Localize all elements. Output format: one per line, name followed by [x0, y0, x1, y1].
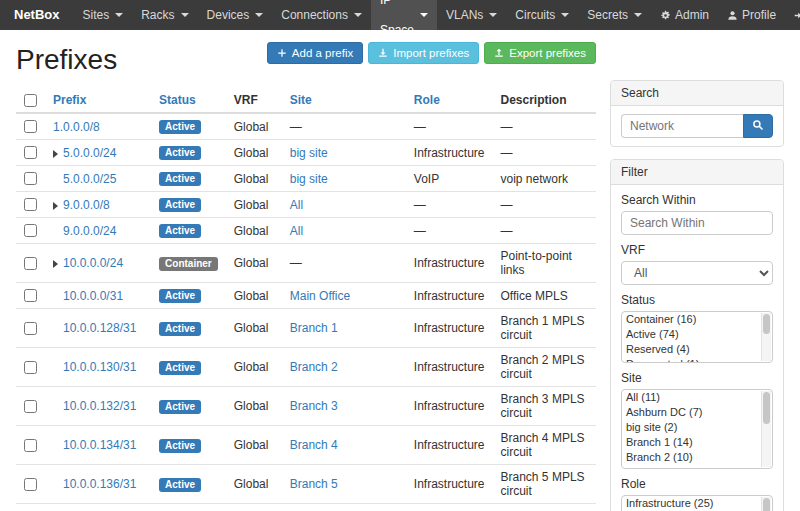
- row-checkbox[interactable]: [24, 120, 37, 133]
- status-cell: Active: [151, 283, 226, 309]
- option-active-74[interactable]: Active (74): [622, 327, 772, 342]
- row-checkbox[interactable]: [24, 439, 37, 452]
- site-link[interactable]: All: [290, 198, 303, 212]
- row-checkbox[interactable]: [24, 478, 37, 491]
- search-within-input[interactable]: [621, 211, 773, 235]
- prefix-link[interactable]: 10.0.0.128/31: [63, 321, 136, 335]
- site-cell: Branch 2: [282, 348, 406, 387]
- option-container-16[interactable]: Container (16): [622, 312, 772, 327]
- prefix-link[interactable]: 1.0.0.0/8: [53, 120, 100, 134]
- nav-item-profile[interactable]: Profile: [718, 0, 785, 30]
- search-input[interactable]: [621, 114, 743, 138]
- scrollbar-thumb[interactable]: [763, 392, 770, 424]
- row-checkbox[interactable]: [24, 172, 37, 185]
- site-link[interactable]: Branch 4: [290, 438, 338, 452]
- import-prefixes-button[interactable]: Import prefixes: [368, 42, 479, 64]
- nav-item-label: Racks: [141, 0, 174, 30]
- prefix-link[interactable]: 9.0.0.0/24: [63, 224, 116, 238]
- option-all-11[interactable]: All (11): [622, 390, 772, 405]
- scrollbar-thumb[interactable]: [763, 498, 770, 511]
- scrollbar[interactable]: [761, 391, 771, 467]
- row-checkbox[interactable]: [24, 146, 37, 159]
- status-multiselect[interactable]: Container (16)Active (74)Reserved (4)Dep…: [621, 311, 773, 363]
- option-deprecated-1[interactable]: Deprecated (1): [622, 357, 772, 363]
- column-header-cell: Prefix: [45, 88, 151, 113]
- site-link[interactable]: Branch 5: [290, 477, 338, 491]
- option-branch-3-6[interactable]: Branch 3 (6): [622, 465, 772, 469]
- nav-item-vlans[interactable]: VLANs: [437, 0, 506, 30]
- row-checkbox[interactable]: [24, 289, 37, 302]
- option-branch-1-14[interactable]: Branch 1 (14): [622, 435, 772, 450]
- site-link[interactable]: big site: [290, 172, 328, 186]
- nav-item-sites[interactable]: Sites: [74, 0, 133, 30]
- filter-panel-body: Search WithinVRFAllStatusContainer (16)A…: [611, 185, 783, 511]
- prefix-link[interactable]: 10.0.0.134/31: [63, 438, 136, 452]
- nav-item-secrets[interactable]: Secrets: [578, 0, 651, 30]
- site-link[interactable]: All: [290, 224, 303, 238]
- site-link[interactable]: Branch 3: [290, 399, 338, 413]
- column-header-description: Description: [501, 93, 567, 107]
- site-link[interactable]: Main Office: [290, 289, 350, 303]
- nav-item-ip-space[interactable]: IP Space: [371, 0, 437, 30]
- column-header-prefix[interactable]: Prefix: [53, 93, 86, 107]
- site-link[interactable]: Branch 2: [290, 360, 338, 374]
- nav-item-admin[interactable]: Admin: [651, 0, 718, 30]
- vrf-cell: Global: [226, 426, 282, 465]
- search-button[interactable]: [743, 114, 773, 138]
- select-all-checkbox[interactable]: [24, 94, 37, 107]
- row-checkbox[interactable]: [24, 257, 37, 270]
- option-big-site-2[interactable]: big site (2): [622, 420, 772, 435]
- option-branch-2-10[interactable]: Branch 2 (10): [622, 450, 772, 465]
- row-checkbox[interactable]: [24, 400, 37, 413]
- site-cell: Main Office: [282, 283, 406, 309]
- add-a-prefix-button[interactable]: Add a prefix: [267, 42, 363, 64]
- prefix-link[interactable]: 5.0.0.0/25: [63, 172, 116, 186]
- row-checkbox[interactable]: [24, 322, 37, 335]
- nav-item-label: Circuits: [515, 0, 555, 30]
- scrollbar[interactable]: [761, 497, 771, 511]
- prefix-link[interactable]: 9.0.0.0/8: [63, 198, 110, 212]
- prefix-cell: 10.0.0.0/31: [45, 283, 151, 309]
- prefix-cell: 5.0.0.0/25: [45, 166, 151, 192]
- prefix-link[interactable]: 10.0.0.130/31: [63, 360, 136, 374]
- site-multiselect[interactable]: All (11)Ashburn DC (7)big site (2)Branch…: [621, 389, 773, 469]
- site-link[interactable]: big site: [290, 146, 328, 160]
- prefix-link[interactable]: 10.0.0.0/24: [63, 256, 123, 270]
- role-multiselect[interactable]: Infrastructure (25)Management (8)Private…: [621, 495, 773, 511]
- prefix-link[interactable]: 10.0.0.136/31: [63, 477, 136, 491]
- vrf-cell: Global: [226, 140, 282, 166]
- content: Prefixes Add a prefixImport prefixesExpo…: [0, 30, 800, 511]
- status-badge: Active: [159, 439, 201, 453]
- description-cell: —: [493, 140, 596, 166]
- prefix-link[interactable]: 10.0.0.132/31: [63, 399, 136, 413]
- nav-item-connections[interactable]: Connections: [272, 0, 371, 30]
- option-ashburn-dc-7[interactable]: Ashburn DC (7): [622, 405, 772, 420]
- row-checkbox[interactable]: [24, 361, 37, 374]
- column-header-site[interactable]: Site: [290, 93, 312, 107]
- vrf-select[interactable]: All: [621, 261, 773, 285]
- vrf-cell: Global: [226, 504, 282, 511]
- nav-item-circuits[interactable]: Circuits: [506, 0, 578, 30]
- nav-item-racks[interactable]: Racks: [132, 0, 197, 30]
- option-reserved-4[interactable]: Reserved (4): [622, 342, 772, 357]
- column-header-role[interactable]: Role: [414, 93, 440, 107]
- export-prefixes-button[interactable]: Export prefixes: [484, 42, 596, 64]
- nav-item-devices[interactable]: Devices: [198, 0, 273, 30]
- status-cell: Active: [151, 218, 226, 244]
- column-header-status[interactable]: Status: [159, 93, 196, 107]
- site-link[interactable]: Branch 1: [290, 321, 338, 335]
- row-checkbox[interactable]: [24, 224, 37, 237]
- prefix-link[interactable]: 10.0.0.0/31: [63, 289, 123, 303]
- column-header-cell: Description: [493, 88, 596, 113]
- scrollbar-thumb[interactable]: [763, 314, 770, 334]
- brand[interactable]: NetBox: [0, 0, 74, 30]
- scrollbar[interactable]: [761, 313, 771, 361]
- prefix-link[interactable]: 5.0.0.0/24: [63, 146, 116, 160]
- row-checkbox[interactable]: [24, 198, 37, 211]
- nav-item-log-out[interactable]: Log out: [785, 0, 800, 30]
- table-row: 9.0.0.0/8ActiveGlobalAll——: [16, 192, 596, 218]
- option-infrastructure-25[interactable]: Infrastructure (25): [622, 496, 772, 511]
- description-cell: —: [493, 218, 596, 244]
- role-cell: Infrastructure: [406, 465, 493, 504]
- navbar: NetBox SitesRacksDevicesConnectionsIP Sp…: [0, 0, 800, 30]
